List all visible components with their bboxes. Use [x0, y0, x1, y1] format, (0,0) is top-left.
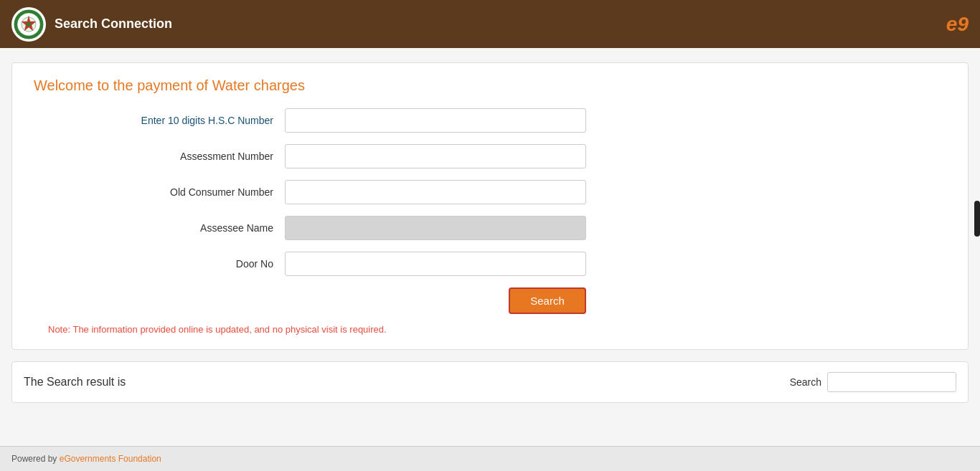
old-consumer-number-label: Old Consumer Number [34, 186, 285, 198]
door-no-row: Door No [34, 252, 946, 276]
search-button[interactable]: Search [509, 287, 586, 314]
door-no-label: Door No [34, 258, 285, 270]
assessee-name-row: Assessee Name [34, 216, 946, 240]
assessment-number-label: Assessment Number [34, 151, 285, 162]
scrollbar-indicator[interactable] [974, 201, 980, 237]
form-card: Welcome to the payment of Water charges … [11, 62, 969, 350]
old-consumer-number-input[interactable] [285, 180, 586, 204]
results-title: The Search result is [24, 376, 126, 389]
form-title: Welcome to the payment of Water charges [34, 77, 946, 94]
hsc-number-input[interactable] [285, 108, 586, 133]
app-footer: Powered by eGovernments Foundation [0, 446, 980, 471]
app-header: Search Connection e9 [0, 0, 980, 48]
results-search-area: Search [790, 372, 956, 392]
app-title: Search Connection [55, 16, 172, 32]
door-no-input[interactable] [285, 252, 586, 276]
assessment-number-row: Assessment Number [34, 144, 946, 168]
results-section: The Search result is Search [11, 361, 969, 403]
app-logo [11, 7, 46, 42]
old-consumer-number-row: Old Consumer Number [34, 180, 946, 204]
note-text: Note: The information provided online is… [34, 324, 946, 335]
note-content: Note: The information provided online is… [48, 324, 387, 335]
assessee-name-input [285, 216, 586, 240]
logo-icon [13, 9, 44, 40]
assessee-name-label: Assessee Name [34, 222, 285, 234]
svg-point-4 [27, 22, 31, 27]
main-content: Welcome to the payment of Water charges … [0, 48, 980, 417]
header-left: Search Connection [11, 7, 172, 42]
results-search-label: Search [790, 376, 821, 388]
results-search-input[interactable] [827, 372, 956, 392]
user-icon[interactable]: e9 [946, 13, 969, 36]
footer-link[interactable]: eGovernments Foundation [60, 454, 161, 464]
powered-by-text: Powered by [11, 454, 60, 464]
hsc-number-row: Enter 10 digits H.S.C Number [34, 108, 946, 133]
assessment-number-input[interactable] [285, 144, 586, 168]
hsc-number-label: Enter 10 digits H.S.C Number [34, 115, 285, 126]
search-button-row: Search [34, 287, 946, 314]
